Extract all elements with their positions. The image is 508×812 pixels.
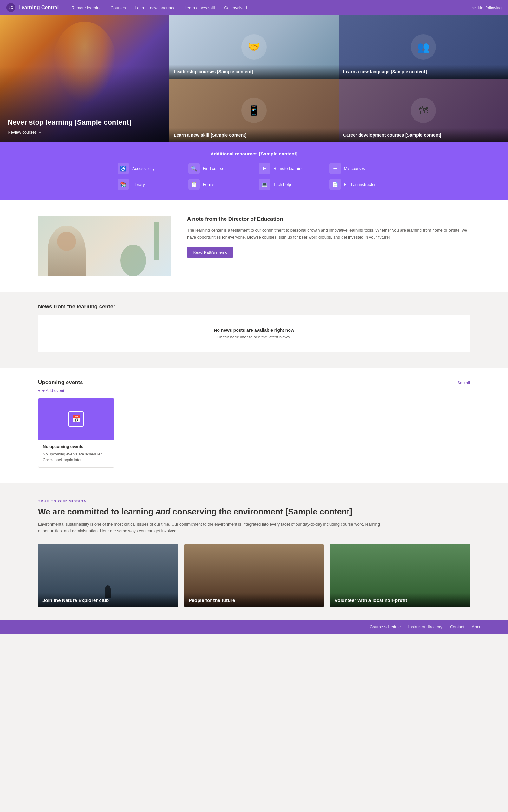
accessibility-icon: ♿: [118, 163, 129, 174]
resource-library[interactable]: 📚 Library: [118, 178, 179, 190]
news-title: News from the learning center: [38, 303, 470, 310]
mission-text: Environmental sustainability is one of t…: [38, 521, 387, 534]
director-content: A note from the Director of Education Th…: [171, 216, 470, 257]
tech-help-label: Tech help: [273, 182, 291, 187]
nav-logo: LC: [6, 3, 15, 12]
plus-icon: +: [38, 388, 41, 393]
resource-remote-learning[interactable]: 🖥 Remote learning: [259, 163, 320, 174]
news-empty-sub: Check back later to see the latest News.: [51, 335, 457, 339]
library-label: Library: [132, 182, 145, 187]
add-event-label: + Add event: [42, 388, 65, 393]
mission-tag: TRUE TO OUR MISSION: [38, 499, 470, 503]
nav-title: Learning Central: [18, 5, 59, 10]
nav-link-involved[interactable]: Get involved: [224, 5, 247, 10]
event-card-title: No upcoming events: [43, 444, 110, 449]
hero-card-leadership-title: Leadership courses [Sample content]: [174, 69, 334, 74]
news-section: News from the learning center No news po…: [0, 292, 508, 368]
mission-card-people[interactable]: People for the future: [184, 544, 324, 607]
my-courses-icon: ☰: [330, 163, 341, 174]
events-title: Upcoming events: [38, 379, 83, 386]
director-section: A note from the Director of Education Th…: [0, 200, 508, 292]
footer-about[interactable]: About: [472, 624, 482, 629]
resources-section: Additional resources [Sample content] ♿ …: [0, 142, 508, 200]
follow-label: Not following: [478, 5, 502, 10]
star-icon: ☆: [472, 5, 476, 10]
calendar-icon: 📅: [69, 411, 84, 427]
mission-title-start: We are committed to learning: [38, 507, 156, 516]
resource-find-courses[interactable]: 🔍 Find courses: [188, 163, 250, 174]
nav-link-courses[interactable]: Courses: [111, 5, 126, 10]
event-card: 📅 No upcoming events No upcoming events …: [38, 398, 114, 468]
resource-find-instructor[interactable]: 📄 Find an instructor: [330, 178, 391, 190]
hero-card-skill-title: Learn a new skill [Sample content]: [174, 132, 334, 138]
resource-tech-help[interactable]: 💻 Tech help: [259, 178, 320, 190]
hero-main-title: Never stop learning [Sample content]: [8, 118, 162, 127]
hero-card-language[interactable]: 👥 Learn a new language [Sample content]: [339, 15, 508, 79]
news-empty-title: No news posts are available right now: [51, 328, 457, 333]
hero-main[interactable]: Never stop learning [Sample content] Rev…: [0, 15, 169, 142]
hero-card-career[interactable]: 🗺 Career development courses [Sample con…: [339, 79, 508, 142]
mission-title-end: conserving the environment [Sample conte…: [170, 507, 352, 516]
find-courses-label: Find courses: [203, 166, 226, 171]
mission-card-volunteer[interactable]: Volunteer with a local non-profit: [330, 544, 470, 607]
mission-card-nature[interactable]: Join the Nature Explorer club: [38, 544, 178, 607]
nav-link-language[interactable]: Learn a new language: [135, 5, 176, 10]
my-courses-label: My courses: [344, 166, 365, 171]
events-section: Upcoming events See all + + Add event 📅 …: [0, 368, 508, 483]
footer-contact[interactable]: Contact: [450, 624, 464, 629]
find-instructor-icon: 📄: [330, 178, 341, 190]
hero-section: Never stop learning [Sample content] Rev…: [0, 15, 508, 142]
resource-my-courses[interactable]: ☰ My courses: [330, 163, 391, 174]
director-text: The learning center is a testament to ou…: [187, 227, 470, 241]
resources-grid: ♿ Accessibility 🔍 Find courses 🖥 Remote …: [118, 163, 390, 190]
mission-card-nature-label: Join the Nature Explorer club: [42, 598, 173, 603]
find-instructor-label: Find an instructor: [344, 182, 376, 187]
hero-main-link[interactable]: Review courses →: [8, 130, 162, 134]
hero-card-career-title: Career development courses [Sample conte…: [343, 132, 504, 138]
nav-link-skill[interactable]: Learn a new skill: [184, 5, 215, 10]
tech-help-icon: 💻: [259, 178, 270, 190]
remote-learning-label: Remote learning: [273, 166, 303, 171]
hero-card-language-title: Learn a new language [Sample content]: [343, 69, 504, 74]
footer-course-schedule[interactable]: Course schedule: [370, 624, 401, 629]
nav-links: Remote learning Courses Learn a new lang…: [71, 5, 472, 10]
events-header: Upcoming events See all: [38, 379, 470, 386]
mission-title-em: and: [156, 507, 170, 516]
nav-follow[interactable]: ☆ Not following: [472, 5, 502, 10]
mission-section: TRUE TO OUR MISSION We are committed to …: [0, 483, 508, 620]
hero-card-skill[interactable]: 📱 Learn a new skill [Sample content]: [169, 79, 339, 142]
hero-card-leadership[interactable]: 🤝 Leadership courses [Sample content]: [169, 15, 339, 79]
library-icon: 📚: [118, 178, 129, 190]
mission-cards: Join the Nature Explorer club People for…: [38, 544, 470, 607]
footer: Course schedule Instructor directory Con…: [0, 620, 508, 634]
events-add[interactable]: + + Add event: [38, 388, 470, 393]
nav-link-remote[interactable]: Remote learning: [71, 5, 101, 10]
resources-title: Additional resources [Sample content]: [38, 151, 470, 156]
remote-learning-icon: 🖥: [259, 163, 270, 174]
director-image: [38, 216, 171, 276]
resource-accessibility[interactable]: ♿ Accessibility: [118, 163, 179, 174]
forms-icon: 📋: [188, 178, 200, 190]
forms-label: Forms: [203, 182, 215, 187]
navigation: LC Learning Central Remote learning Cour…: [0, 0, 508, 15]
director-memo-button[interactable]: Read Patti's memo: [187, 247, 233, 257]
accessibility-label: Accessibility: [132, 166, 155, 171]
find-courses-icon: 🔍: [188, 163, 200, 174]
mission-title: We are committed to learning and conserv…: [38, 507, 470, 517]
resource-forms[interactable]: 📋 Forms: [188, 178, 250, 190]
news-empty: No news posts are available right now Ch…: [38, 315, 470, 352]
mission-card-people-label: People for the future: [189, 598, 320, 603]
director-title: A note from the Director of Education: [187, 216, 470, 222]
event-card-body: No upcoming events No upcoming events ar…: [38, 440, 114, 467]
events-see-all[interactable]: See all: [457, 380, 470, 385]
event-card-sub: No upcoming events are scheduled. Check …: [43, 451, 110, 463]
mission-card-volunteer-label: Volunteer with a local non-profit: [335, 598, 466, 603]
footer-instructor-directory[interactable]: Instructor directory: [409, 624, 443, 629]
event-card-header: 📅: [38, 398, 114, 440]
